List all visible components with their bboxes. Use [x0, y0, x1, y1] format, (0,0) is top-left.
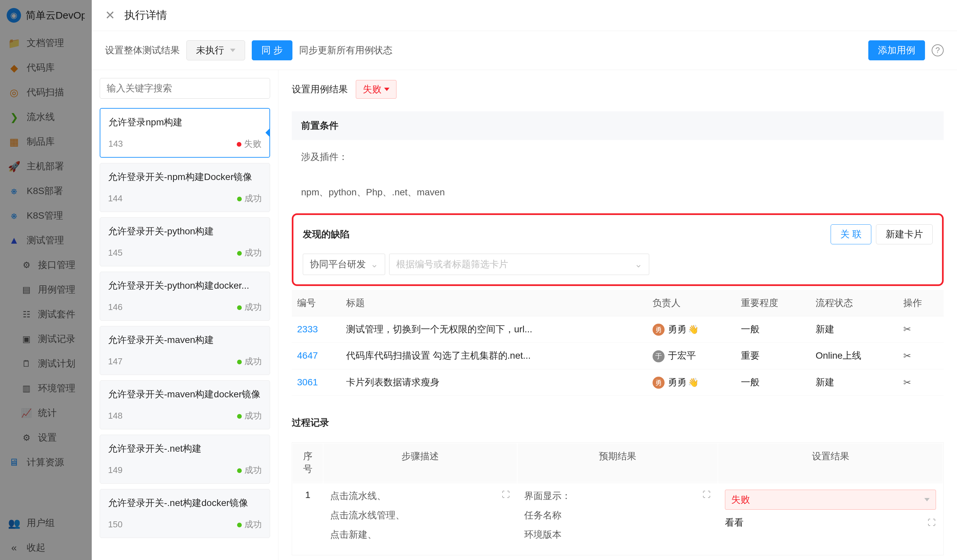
- col-severity: 重要程度: [736, 290, 810, 316]
- case-id: 143: [108, 139, 123, 149]
- logo-icon: ◉: [7, 8, 21, 23]
- card-filter-select[interactable]: 根据编号或者标题筛选卡片⌄: [389, 254, 649, 275]
- case-id: 148: [108, 411, 122, 421]
- defect-id[interactable]: 3061: [292, 369, 341, 396]
- case-title: 允许登录npm构建: [108, 116, 261, 129]
- artifact-icon: ▦: [8, 136, 20, 148]
- defect-title: 代码库代码扫描设置 勾选了主机集群的.net...: [341, 343, 647, 369]
- unlink-icon[interactable]: ✂: [903, 377, 911, 388]
- defect-flow: 新建: [810, 316, 898, 343]
- rocket-icon: 🚀: [8, 160, 20, 172]
- nav-k8s-deploy[interactable]: ⎈K8S部署: [0, 179, 92, 203]
- server-icon: 🖥: [8, 456, 20, 469]
- nav-bottom: 👥用户组 «收起: [0, 511, 92, 560]
- col-id: 编号: [292, 290, 341, 316]
- nav-case[interactable]: ▤用例管理: [0, 277, 92, 302]
- test-icon: ▲: [8, 234, 20, 246]
- stats-icon: 📈: [21, 407, 32, 419]
- process-title: 过程记录: [292, 409, 944, 437]
- avatar: 于: [652, 350, 665, 362]
- col-flow: 流程状态: [810, 290, 898, 316]
- add-case-button[interactable]: 添加用例: [868, 40, 925, 60]
- case-detail-pane: 设置用例结果 失败 前置条件 涉及插件： npm、python、Php、.net…: [278, 70, 957, 560]
- users-icon: 👥: [8, 517, 20, 529]
- nav-plan[interactable]: 🗒测试计划: [0, 351, 92, 376]
- help-icon[interactable]: ?: [932, 44, 944, 56]
- step-no: 1: [293, 483, 323, 554]
- case-id: 145: [108, 248, 122, 258]
- nav-k8s-manage[interactable]: ⎈K8S管理: [0, 203, 92, 228]
- case-status: 成功: [237, 519, 262, 530]
- nav-api[interactable]: ⚙接口管理: [0, 253, 92, 277]
- sync-desc: 同步更新所有用例状态: [299, 44, 392, 57]
- case-card[interactable]: 允许登录开关-.net构建docker镜像150成功: [100, 489, 270, 538]
- case-card[interactable]: 允许登录开关-npm构建Docker镜像144成功: [100, 163, 270, 212]
- nav-record[interactable]: ▣测试记录: [0, 327, 92, 351]
- nav-repo[interactable]: ◆代码库: [0, 55, 92, 80]
- project-select[interactable]: 协同平台研发⌄: [303, 254, 385, 275]
- defect-row[interactable]: 2333测试管理，切换到一个无权限的空间下，url...勇勇勇👋一般新建✂: [292, 316, 944, 343]
- case-id: 149: [108, 465, 122, 475]
- defect-flow: Online上线: [810, 343, 898, 369]
- unlink-icon[interactable]: ✂: [903, 351, 911, 361]
- case-title: 允许登录开关-python构建: [108, 225, 262, 238]
- new-card-button[interactable]: 新建卡片: [876, 224, 933, 245]
- nav-artifact[interactable]: ▦制品库: [0, 129, 92, 154]
- sync-button[interactable]: 同 步: [252, 40, 292, 60]
- plan-icon: 🗒: [21, 358, 32, 370]
- pipeline-icon: ❯: [8, 111, 20, 123]
- defect-id[interactable]: 4647: [292, 343, 341, 369]
- nav-settings[interactable]: ⚙设置: [0, 425, 92, 450]
- nav-stats[interactable]: 📈统计: [0, 401, 92, 425]
- nav-pipeline[interactable]: ❯流水线: [0, 105, 92, 129]
- helm-icon: ⎈: [8, 185, 20, 197]
- nav-collapse[interactable]: «收起: [0, 535, 92, 560]
- case-title: 允许登录开关-python构建docker...: [108, 279, 262, 292]
- case-card[interactable]: 允许登录开关-python构建145成功: [100, 217, 270, 267]
- defect-title: 测试管理，切换到一个无权限的空间下，url...: [341, 316, 647, 343]
- expand-icon[interactable]: ⛶: [927, 517, 936, 528]
- col-ops: 操作: [898, 290, 944, 316]
- nav-env[interactable]: ▥环境管理: [0, 376, 92, 401]
- defect-owner: 勇勇勇👋: [647, 316, 736, 343]
- case-result-value[interactable]: 失败: [356, 80, 396, 99]
- case-card[interactable]: 允许登录开关-.net构建149成功: [100, 435, 270, 484]
- col-no: 序号: [293, 443, 323, 482]
- defect-row[interactable]: 4647代码库代码扫描设置 勾选了主机集群的.net...于于宏平重要Onlin…: [292, 343, 944, 369]
- expand-icon[interactable]: ⛶: [502, 490, 510, 500]
- col-step: 步骤描述: [324, 443, 517, 482]
- case-list-pane: 允许登录npm构建143失败允许登录开关-npm构建Docker镜像144成功允…: [92, 70, 278, 560]
- case-card[interactable]: 允许登录npm构建143失败: [100, 108, 270, 158]
- case-card[interactable]: 允许登录开关-maven构建docker镜像148成功: [100, 380, 270, 429]
- sidebar: ◉ 简单云DevOp 📁文档管理 ◆代码库 ◎代码扫描 ❯流水线 ▦制品库 🚀主…: [0, 0, 92, 560]
- unlink-icon[interactable]: ✂: [903, 324, 911, 334]
- case-status: 成功: [237, 192, 262, 204]
- nav-test[interactable]: ▲测试管理: [0, 228, 92, 253]
- close-icon[interactable]: ✕: [105, 8, 115, 22]
- nav-suite[interactable]: ☷测试套件: [0, 302, 92, 327]
- nav-docs[interactable]: 📁文档管理: [0, 31, 92, 55]
- defect-row[interactable]: 3061卡片列表数据请求瘦身勇勇勇👋一般新建✂: [292, 369, 944, 396]
- case-icon: ▤: [21, 284, 32, 296]
- case-title: 允许登录开关-maven构建docker镜像: [108, 388, 262, 401]
- step-lines: 点击流水线、 点击流水线管理、 点击新建、: [330, 490, 510, 541]
- collapse-icon: «: [8, 542, 20, 554]
- col-owner: 负责人: [647, 290, 736, 316]
- nav-scan[interactable]: ◎代码扫描: [0, 80, 92, 105]
- nav-host-deploy[interactable]: 🚀主机部署: [0, 154, 92, 179]
- case-card[interactable]: 允许登录开关-python构建docker...146成功: [100, 272, 270, 321]
- expand-icon[interactable]: ⛶: [702, 490, 711, 500]
- case-card[interactable]: 允许登录开关-maven构建147成功: [100, 326, 270, 375]
- case-title: 允许登录开关-.net构建: [108, 442, 262, 455]
- nav-usergroup[interactable]: 👥用户组: [0, 511, 92, 535]
- search-input[interactable]: [100, 78, 270, 99]
- hand-icon: 👋: [688, 324, 699, 334]
- nav-compute[interactable]: 🖥计算资源: [0, 450, 92, 475]
- defect-id[interactable]: 2333: [292, 316, 341, 343]
- link-button[interactable]: 关 联: [831, 224, 871, 245]
- defects-table: 编号 标题 负责人 重要程度 流程状态 操作 2333测试管理，切换到一个无权限…: [292, 290, 944, 396]
- result-select[interactable]: 未执行: [186, 40, 245, 60]
- step-result-select[interactable]: 失败: [725, 490, 936, 510]
- suite-icon: ☷: [21, 308, 32, 320]
- case-status: 成功: [237, 410, 262, 422]
